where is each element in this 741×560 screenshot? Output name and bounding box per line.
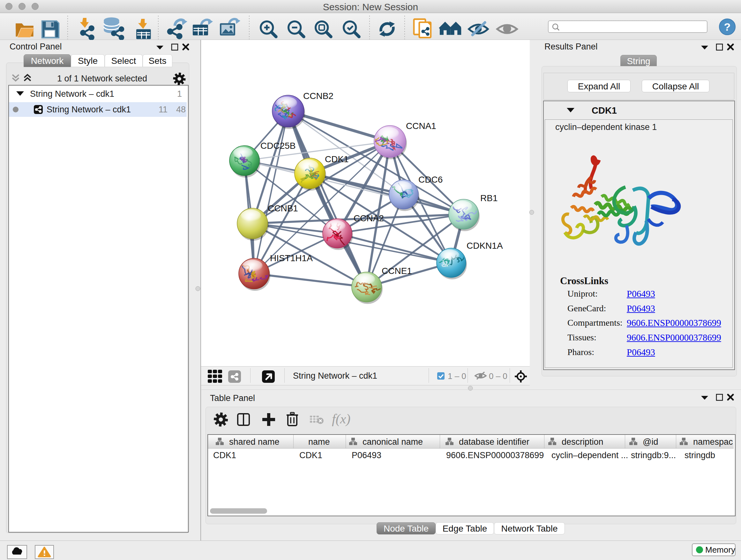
svg-text:RB1: RB1 [480, 193, 497, 203]
svg-text:CCNA1: CCNA1 [406, 121, 436, 131]
svg-text:CDK1: CDK1 [325, 154, 349, 164]
svg-text:CCNB1: CCNB1 [268, 203, 298, 213]
svg-text:?: ? [724, 21, 731, 33]
svg-text:CDC25B: CDC25B [260, 141, 295, 151]
svg-text:CCNB2: CCNB2 [303, 91, 333, 101]
svg-text:CCNE1: CCNE1 [382, 266, 412, 276]
svg-text:CDKN1A: CDKN1A [467, 241, 503, 251]
svg-text:CCNA2: CCNA2 [354, 213, 384, 223]
svg-text:CDC6: CDC6 [418, 175, 443, 185]
svg-text:HIST1H1A: HIST1H1A [270, 253, 313, 263]
